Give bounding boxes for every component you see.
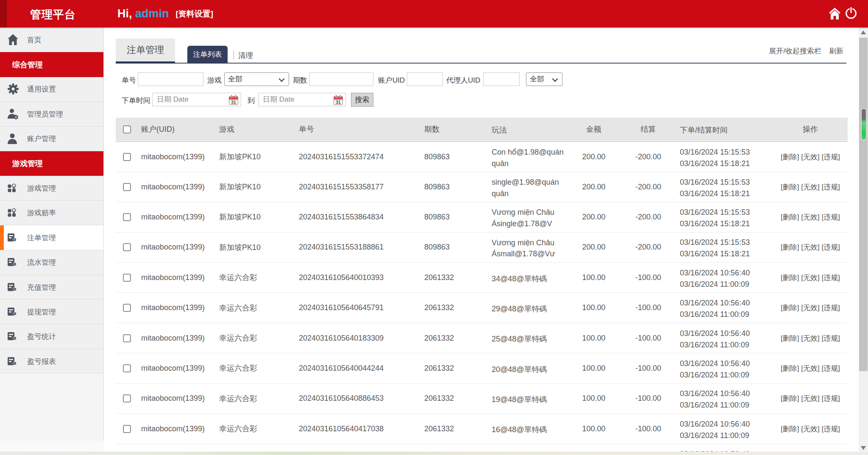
svg-text:31: 31 — [231, 100, 236, 105]
svg-text:31: 31 — [336, 100, 341, 105]
